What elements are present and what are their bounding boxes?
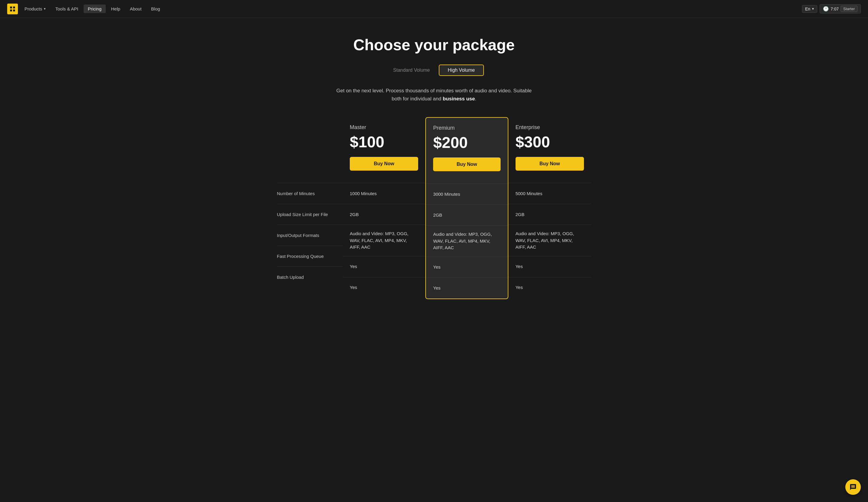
- plan-enterprise-minutes: 5000 Minutes: [508, 183, 591, 204]
- svg-rect-0: [10, 6, 12, 8]
- nav-pricing[interactable]: Pricing: [84, 4, 106, 13]
- plan-premium-buy-button[interactable]: Buy Now: [433, 157, 500, 171]
- feature-label-formats: Input/Output Formats: [277, 225, 343, 246]
- nav-tools[interactable]: Tools & API: [51, 4, 82, 13]
- plan-master-upload: 2GB: [343, 204, 425, 225]
- feature-label-upload: Upload Size Limit per File: [277, 204, 343, 225]
- plan-master: Master $100 Buy Now 1000 Minutes 2GB Aud…: [343, 117, 425, 299]
- plan-master-price: $100: [350, 134, 418, 150]
- plan-enterprise-price: $300: [516, 134, 584, 150]
- nav-right: En ▾ 🕐 7:07 Starter: [802, 4, 861, 13]
- nav-blog[interactable]: Blog: [147, 4, 164, 13]
- pricing-table: Number of Minutes Upload Size Limit per …: [277, 117, 591, 299]
- svg-rect-1: [13, 6, 15, 8]
- chevron-down-icon: ▾: [812, 7, 814, 11]
- plan-premium-header: Premium $200 Buy Now: [426, 118, 507, 183]
- plan-master-formats: Audio and Video: MP3, OGG, WAV, FLAC, AV…: [343, 225, 425, 256]
- plan-enterprise-batch: Yes: [508, 277, 591, 298]
- svg-rect-3: [13, 9, 15, 11]
- plan-enterprise-upload: 2GB: [508, 204, 591, 225]
- plan-master-buy-button[interactable]: Buy Now: [350, 157, 418, 171]
- feature-label-minutes: Number of Minutes: [277, 183, 343, 204]
- plan-master-header: Master $100 Buy Now: [343, 117, 425, 183]
- label-spacer: [277, 117, 343, 183]
- plan-premium-queue: Yes: [426, 257, 507, 278]
- nav-items: Products ▾ Tools & API Pricing Help Abou…: [20, 4, 802, 13]
- plan-premium-formats: Audio and Video: MP3, OGG, WAV, FLAC, AV…: [426, 225, 507, 257]
- feature-label-batch: Batch Upload: [277, 267, 343, 287]
- plan-enterprise-formats: Audio and Video: MP3, OGG, WAV, FLAC, AV…: [508, 225, 591, 256]
- svg-rect-2: [10, 9, 12, 11]
- feature-labels-column: Number of Minutes Upload Size Limit per …: [277, 117, 343, 299]
- chevron-down-icon: ▾: [44, 7, 46, 11]
- main-content: Choose your package Standard Volume High…: [270, 18, 598, 323]
- plan-master-minutes: 1000 Minutes: [343, 183, 425, 204]
- plan-premium-minutes: 3000 Minutes: [426, 183, 507, 204]
- language-selector[interactable]: En ▾: [802, 5, 817, 13]
- nav-about[interactable]: About: [126, 4, 146, 13]
- timer-badge: 🕐 7:07 Starter: [820, 4, 861, 13]
- plan-premium-batch: Yes: [426, 278, 507, 298]
- plan-enterprise-queue: Yes: [508, 256, 591, 277]
- logo[interactable]: [7, 3, 18, 14]
- plan-premium-price: $200: [433, 135, 500, 150]
- plan-master-queue: Yes: [343, 256, 425, 277]
- volume-toggle: Standard Volume High Volume: [277, 64, 591, 76]
- navbar: Products ▾ Tools & API Pricing Help Abou…: [0, 0, 868, 18]
- subtitle: Get on the next level. Process thousands…: [335, 87, 533, 103]
- plan-master-batch: Yes: [343, 277, 425, 298]
- plan-premium-name: Premium: [433, 125, 500, 131]
- standard-volume-toggle[interactable]: Standard Volume: [384, 64, 439, 76]
- plan-premium: Premium $200 Buy Now 3000 Minutes 2GB Au…: [425, 117, 508, 299]
- business-use-link[interactable]: business use: [443, 96, 475, 102]
- page-title: Choose your package: [277, 36, 591, 54]
- plan-enterprise-header: Enterprise $300 Buy Now: [508, 117, 591, 183]
- chat-button[interactable]: [845, 479, 861, 495]
- plan-enterprise: Enterprise $300 Buy Now 5000 Minutes 2GB…: [508, 117, 591, 299]
- plan-badge: Starter: [840, 6, 858, 12]
- nav-help[interactable]: Help: [107, 4, 125, 13]
- plan-enterprise-name: Enterprise: [516, 124, 584, 131]
- plan-master-name: Master: [350, 124, 418, 131]
- plan-enterprise-buy-button[interactable]: Buy Now: [516, 157, 584, 171]
- high-volume-toggle[interactable]: High Volume: [439, 64, 484, 76]
- plan-premium-upload: 2GB: [426, 204, 507, 225]
- clock-icon: 🕐: [823, 6, 829, 12]
- nav-products[interactable]: Products ▾: [20, 4, 50, 13]
- feature-label-queue: Fast Processing Queue: [277, 246, 343, 267]
